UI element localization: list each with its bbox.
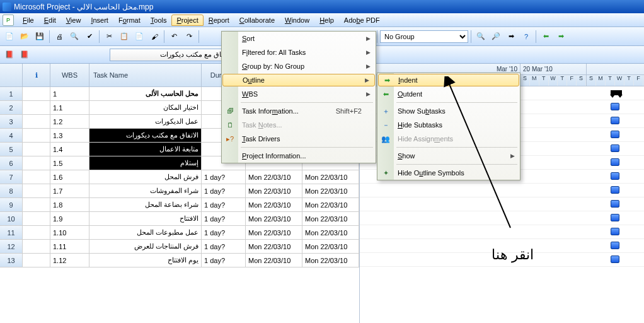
taskname-cell[interactable]: يوم الافتتاح — [89, 254, 202, 267]
cell-entry[interactable]: الاتفاق مع مكتب ديكورات — [110, 49, 236, 61]
format-painter-icon[interactable]: 🖌 — [147, 30, 161, 44]
start-cell[interactable]: Mon 22/03/10 — [246, 198, 302, 212]
duration-cell[interactable]: 1 day? — [202, 184, 246, 198]
info-cell[interactable] — [23, 129, 50, 143]
finish-cell[interactable]: Mon 22/03/10 — [302, 170, 359, 184]
col-taskname[interactable]: Task Name — [89, 64, 202, 86]
taskname-cell[interactable]: شراء بضاعة المحل — [89, 198, 202, 212]
table-row[interactable]: 101.9الافتتاح1 day?Mon 22/03/10Mon 22/03… — [0, 212, 359, 226]
finish-cell[interactable]: Mon 22/03/10 — [302, 198, 359, 212]
row-number[interactable]: 7 — [0, 170, 23, 184]
start-cell[interactable]: Mon 22/03/10 — [246, 212, 302, 226]
wbs-cell[interactable]: 1.6 — [50, 170, 89, 184]
taskname-cell[interactable]: عمل مطبوعات المحل — [89, 226, 202, 240]
pdf-icon[interactable]: 📕 — [3, 48, 16, 62]
wbs-cell[interactable]: 1.5 — [50, 156, 89, 170]
wbs-cell[interactable]: 1.12 — [50, 254, 89, 267]
wbs-cell[interactable]: 1.11 — [50, 240, 89, 254]
start-cell[interactable]: Mon 22/03/10 — [246, 184, 302, 198]
wbs-cell[interactable]: 1.2 — [50, 115, 89, 129]
task-bar[interactable] — [611, 214, 619, 221]
menu-format[interactable]: Format — [113, 15, 146, 26]
task-bar[interactable] — [611, 144, 619, 152]
taskname-cell[interactable]: متابعة الاعمال — [89, 143, 202, 156]
info-cell[interactable] — [23, 226, 50, 240]
menu-project-info[interactable]: Project Information... — [222, 149, 376, 163]
taskname-cell[interactable]: شراء المفروشات — [89, 184, 202, 198]
menu-collaborate[interactable]: Collaborate — [234, 15, 280, 26]
print-preview-icon[interactable]: 🔍 — [67, 30, 81, 44]
taskname-cell[interactable]: فرش المحل — [89, 170, 202, 184]
project-app-icon[interactable]: P — [3, 15, 14, 26]
info-cell[interactable] — [23, 240, 50, 254]
wbs-cell[interactable]: 1.10 — [50, 226, 89, 240]
taskname-cell[interactable]: عمل الديكورات — [89, 115, 202, 129]
menu-outline[interactable]: Outline▶ — [222, 74, 375, 86]
info-cell[interactable] — [23, 254, 50, 267]
finish-cell[interactable]: Mon 22/03/10 — [302, 254, 359, 267]
menu-help[interactable]: Help — [314, 15, 339, 26]
menu-task-drivers[interactable]: ▸?Task Drivers — [222, 132, 376, 146]
row-number[interactable]: 1 — [0, 87, 23, 101]
table-row[interactable]: 131.12يوم الافتتاح1 day?Mon 22/03/10Mon … — [0, 254, 359, 267]
taskname-cell[interactable]: إستلام — [89, 156, 202, 170]
task-bar[interactable] — [611, 242, 619, 249]
task-bar[interactable] — [611, 186, 619, 194]
duration-cell[interactable]: 1 day? — [202, 198, 246, 212]
menu-insert[interactable]: Insert — [86, 15, 113, 26]
save-icon[interactable]: 💾 — [33, 30, 47, 44]
taskname-cell[interactable]: الاتفاق مع مكتب ديكورات — [89, 129, 202, 143]
goto-icon[interactable]: ➡ — [504, 30, 518, 44]
print-icon[interactable]: 🖨 — [52, 30, 66, 44]
menu-project[interactable]: Project — [171, 15, 203, 26]
duration-cell[interactable]: 1 day? — [202, 240, 246, 254]
info-cell[interactable] — [23, 212, 50, 226]
task-bar[interactable] — [611, 228, 619, 235]
task-bar[interactable] — [611, 103, 619, 110]
finish-cell[interactable]: Mon 22/03/10 — [302, 240, 359, 254]
row-number[interactable]: 13 — [0, 254, 23, 267]
new-file-icon[interactable]: 📄 — [3, 30, 16, 44]
duration-cell[interactable]: 1 day? — [202, 226, 246, 240]
menu-adobe-pdf[interactable]: Adobe PDF — [339, 15, 385, 26]
task-bar[interactable] — [611, 117, 619, 124]
nav-forward-icon[interactable]: ➡ — [554, 30, 568, 44]
menu-tools[interactable]: Tools — [146, 15, 172, 26]
row-number[interactable]: 6 — [0, 156, 23, 170]
summary-bar[interactable] — [611, 90, 622, 95]
row-number[interactable]: 10 — [0, 212, 23, 226]
spellcheck-icon[interactable]: ✔ — [83, 30, 96, 44]
nav-back-icon[interactable]: ⬅ — [539, 30, 553, 44]
zoom-in-icon[interactable]: 🔍 — [474, 30, 488, 44]
paste-icon[interactable]: 📄 — [132, 30, 146, 44]
row-number[interactable]: 8 — [0, 184, 23, 198]
wbs-cell[interactable]: 1.7 — [50, 184, 89, 198]
col-info[interactable]: ℹ — [23, 64, 50, 86]
menu-task-info[interactable]: 🗊Task Information...Shift+F2 — [222, 104, 376, 118]
wbs-cell[interactable]: 1.8 — [50, 198, 89, 212]
redo-icon[interactable]: ↷ — [182, 30, 196, 44]
taskname-cell[interactable]: الافتتاح — [89, 212, 202, 226]
taskname-cell[interactable]: فرش المنتاجات للعرض — [89, 240, 202, 254]
table-row[interactable]: 71.6فرش المحل1 day?Mon 22/03/10Mon 22/03… — [0, 170, 359, 184]
menu-window[interactable]: Window — [280, 15, 314, 26]
row-number[interactable]: 12 — [0, 240, 23, 254]
duration-cell[interactable]: 1 day? — [202, 212, 246, 226]
undo-icon[interactable]: ↶ — [167, 30, 181, 44]
cut-icon[interactable]: ✂ — [102, 30, 116, 44]
menu-wbs[interactable]: WBS▶ — [222, 87, 376, 101]
menu-edit[interactable]: Edit — [39, 15, 61, 26]
info-cell[interactable] — [23, 143, 50, 156]
menu-groupby[interactable]: Group by: No Group▶ — [222, 59, 376, 73]
pdf-send-icon[interactable]: 📕 — [18, 48, 32, 62]
start-cell[interactable]: Mon 22/03/10 — [246, 254, 302, 267]
start-cell[interactable]: Mon 22/03/10 — [246, 226, 302, 240]
menu-filtered[interactable]: Filtered for: All Tasks▶ — [222, 45, 376, 59]
duration-cell[interactable]: 1 day? — [202, 254, 246, 267]
taskname-cell[interactable]: اختيار المكان — [89, 101, 202, 115]
finish-cell[interactable]: Mon 22/03/10 — [302, 184, 359, 198]
copy-icon[interactable]: 📋 — [117, 30, 131, 44]
menu-view[interactable]: View — [61, 15, 86, 26]
start-cell[interactable]: Mon 22/03/10 — [246, 170, 302, 184]
zoom-out-icon[interactable]: 🔎 — [489, 30, 503, 44]
